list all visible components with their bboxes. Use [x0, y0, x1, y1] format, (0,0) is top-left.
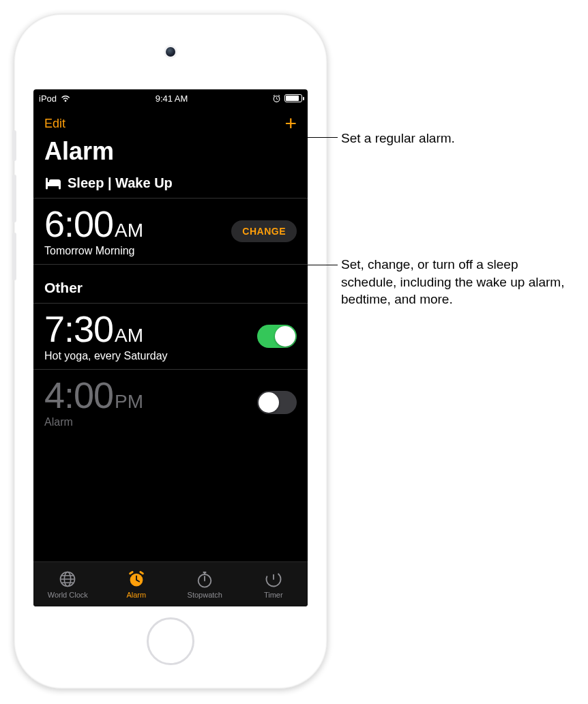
callout-change-sleep: Set, change, or turn off a sleep schedul… [341, 256, 573, 308]
sleep-subtitle: Tomorrow Morning [44, 245, 143, 257]
nav-bar: Edit + [33, 107, 308, 134]
page-title: Alarm [33, 134, 308, 175]
sleep-section-header: Sleep | Wake Up [33, 175, 308, 199]
callout-leader-line [293, 137, 338, 138]
tab-label: Alarm [126, 591, 146, 599]
alarm-toggle[interactable] [257, 325, 297, 348]
sleep-wake-row: 6:00 AM Tomorrow Morning CHANGE [33, 199, 308, 265]
alarm-clock-icon [127, 570, 146, 589]
stopwatch-icon [195, 570, 214, 589]
alarm-toggle[interactable] [257, 391, 297, 414]
volume-down-button [12, 233, 16, 280]
callout-add-alarm: Set a regular alarm. [341, 130, 566, 147]
status-time: 9:41 AM [156, 93, 188, 104]
globe-icon [58, 570, 77, 589]
tab-alarm[interactable]: Alarm [102, 562, 171, 606]
status-bar: iPod 9:41 AM [33, 89, 308, 107]
callout-leader-line [286, 265, 338, 265]
alarm-subtitle: Alarm [44, 416, 143, 428]
alarm-ampm: PM [115, 391, 143, 413]
tab-label: Stopwatch [188, 591, 222, 599]
tab-label: Timer [264, 591, 283, 599]
tab-bar: World Clock Alarm Stopwatch Timer [33, 561, 308, 606]
wifi-icon [60, 94, 71, 102]
screen: iPod 9:41 AM Edit + Alarm Sleep | Wake [33, 89, 308, 606]
edit-button[interactable]: Edit [44, 117, 65, 131]
battery-icon [284, 94, 302, 102]
alarm-row[interactable]: 7:30 AM Hot yoga, every Saturday [33, 304, 308, 370]
alarm-time: 7:30 [44, 310, 113, 347]
alarm-status-icon [272, 94, 281, 103]
sleep-section-label: Sleep | Wake Up [68, 175, 173, 191]
alarm-time: 4:00 [44, 377, 113, 413]
tab-world-clock[interactable]: World Clock [33, 562, 102, 606]
bed-icon [44, 177, 62, 190]
ipod-device-frame: iPod 9:41 AM Edit + Alarm Sleep | Wake [14, 14, 327, 689]
alarm-row[interactable]: 4:00 PM Alarm [33, 370, 308, 435]
front-camera [166, 47, 175, 57]
add-alarm-button[interactable]: + [284, 117, 297, 130]
mute-switch [12, 130, 16, 161]
home-button[interactable] [147, 617, 194, 665]
change-sleep-button[interactable]: CHANGE [231, 220, 297, 242]
sleep-time: 6:00 [44, 205, 113, 242]
tab-stopwatch[interactable]: Stopwatch [171, 562, 239, 606]
volume-up-button [12, 175, 16, 222]
alarm-ampm: AM [115, 325, 143, 347]
other-section-header: Other [33, 265, 308, 304]
carrier-label: iPod [39, 93, 57, 104]
tab-label: World Clock [48, 591, 88, 599]
alarm-subtitle: Hot yoga, every Saturday [44, 350, 168, 362]
timer-icon [264, 570, 283, 589]
tab-timer[interactable]: Timer [239, 562, 308, 606]
sleep-ampm: AM [115, 220, 143, 241]
